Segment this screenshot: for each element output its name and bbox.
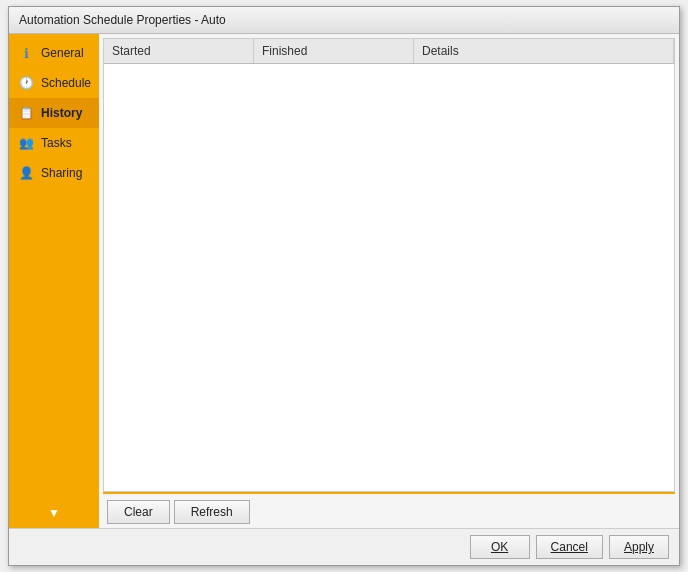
table-header: Started Finished Details (104, 39, 674, 64)
general-icon (17, 44, 35, 62)
sidebar-item-tasks[interactable]: Tasks (9, 128, 99, 158)
clear-button[interactable]: Clear (107, 500, 170, 524)
window: Automation Schedule Properties - Auto Ge… (8, 6, 680, 566)
sidebar: General Schedule History Tasks Sharing ▼ (9, 34, 99, 528)
schedule-icon (17, 74, 35, 92)
content-area: General Schedule History Tasks Sharing ▼ (9, 34, 679, 528)
sidebar-arrow[interactable]: ▼ (9, 498, 99, 528)
cancel-button[interactable]: Cancel (536, 535, 603, 559)
window-title: Automation Schedule Properties - Auto (19, 13, 226, 27)
main-content: Started Finished Details Clear Refresh (99, 34, 679, 528)
column-header-finished: Finished (254, 39, 414, 63)
sidebar-item-label: General (41, 46, 84, 60)
ok-label: OK (491, 540, 508, 554)
cancel-label: Cancel (551, 540, 588, 554)
column-header-details: Details (414, 39, 674, 63)
arrow-icon: ▼ (48, 506, 60, 520)
sidebar-item-label: History (41, 106, 82, 120)
sidebar-item-general[interactable]: General (9, 38, 99, 68)
sharing-icon (17, 164, 35, 182)
apply-label: Apply (624, 540, 654, 554)
sidebar-item-label: Schedule (41, 76, 91, 90)
column-header-started: Started (104, 39, 254, 63)
ok-button[interactable]: OK (470, 535, 530, 559)
tasks-icon (17, 134, 35, 152)
sidebar-item-label: Sharing (41, 166, 82, 180)
sidebar-item-sharing[interactable]: Sharing (9, 158, 99, 188)
title-bar: Automation Schedule Properties - Auto (9, 7, 679, 34)
apply-button[interactable]: Apply (609, 535, 669, 559)
table-body (104, 64, 674, 491)
action-buttons-row: Clear Refresh (103, 492, 675, 528)
history-icon (17, 104, 35, 122)
sidebar-item-history[interactable]: History (9, 98, 99, 128)
footer: OK Cancel Apply (9, 528, 679, 565)
sidebar-item-schedule[interactable]: Schedule (9, 68, 99, 98)
history-table: Started Finished Details (103, 38, 675, 492)
refresh-button[interactable]: Refresh (174, 500, 250, 524)
sidebar-item-label: Tasks (41, 136, 72, 150)
